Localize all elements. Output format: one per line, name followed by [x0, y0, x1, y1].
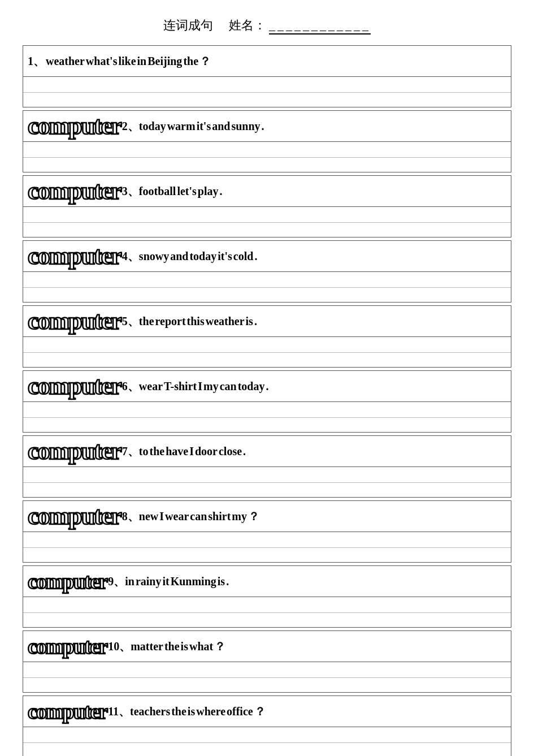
- q4-word2: and: [170, 250, 188, 263]
- q3-word4: .: [220, 185, 223, 198]
- q7-computer: computer: [28, 439, 121, 464]
- q8-word7: ？: [248, 509, 259, 524]
- q9-word3: it: [162, 575, 169, 588]
- q7-word6: close: [219, 445, 242, 458]
- question-3: computer 3、football let's play .: [23, 175, 511, 237]
- question-4: computer 4、snowy and today it's cold .: [23, 240, 511, 303]
- q7-word2: the: [150, 445, 165, 458]
- q5-word2: report: [155, 315, 186, 328]
- q4-word5: cold: [233, 250, 254, 263]
- q9-word1: 9、in: [108, 574, 134, 589]
- question-10: computer 10、matter the is what ？: [23, 630, 511, 693]
- q5-word3: this: [187, 315, 205, 328]
- q11-word4: where: [196, 705, 225, 718]
- question-6: computer 6、wear T-shirt I my can today .: [23, 370, 511, 433]
- question-5-words: computer 5、the report this weather is .: [23, 305, 511, 336]
- q1-word6: the: [183, 55, 198, 68]
- q8-word2: I: [159, 510, 164, 523]
- q11-word2: the: [171, 705, 186, 718]
- question-7-answer[interactable]: [23, 466, 511, 498]
- q11-word1: 11、teachers: [108, 704, 170, 719]
- q5-computer: computer: [28, 309, 121, 334]
- question-1: 1、 weather what's like in Beijing the ？: [23, 45, 511, 107]
- q7-word4: I: [189, 445, 194, 458]
- question-9-words: computer 9、in rainy it Kunming is .: [23, 565, 511, 597]
- question-7-words: computer 7、to the have I door close .: [23, 435, 511, 466]
- q6-word1: 6、wear: [122, 379, 163, 394]
- name-underline: ____________: [269, 18, 371, 34]
- q6-word4: my: [203, 380, 219, 393]
- q6-computer: computer: [28, 374, 121, 399]
- q6-word3: I: [198, 380, 202, 393]
- q9-word2: rainy: [136, 575, 162, 588]
- question-6-words: computer 6、wear T-shirt I my can today .: [23, 370, 511, 401]
- q1-word7: ？: [199, 54, 211, 69]
- q7-word7: .: [243, 445, 246, 458]
- q10-word3: is: [181, 640, 188, 653]
- q8-word4: can: [190, 510, 207, 523]
- q6-word5: can: [220, 380, 237, 393]
- question-10-words: computer 10、matter the is what ？: [23, 630, 511, 662]
- question-2-words: computer 2、today warm it's and sunny .: [23, 110, 511, 141]
- q5-word1: 5、the: [122, 314, 154, 329]
- q7-word1: 7、to: [122, 444, 149, 459]
- q8-word5: shirt: [208, 510, 231, 523]
- q10-word2: the: [164, 640, 180, 653]
- question-1-words: 1、 weather what's like in Beijing the ？: [23, 45, 511, 76]
- q8-computer: computer: [28, 504, 121, 529]
- question-9-answer[interactable]: [23, 597, 511, 628]
- q8-word1: 8、new: [122, 509, 158, 524]
- q4-word1: 4、snowy: [122, 249, 169, 264]
- q1-word5: Beijing: [147, 55, 182, 68]
- question-4-answer[interactable]: [23, 271, 511, 303]
- q1-word2: what's: [86, 55, 118, 68]
- page-header: 连词成句 姓名： ____________: [23, 17, 511, 34]
- page-title: 连词成句: [163, 18, 213, 32]
- q3-word2: let's: [177, 185, 196, 198]
- question-4-words: computer 4、snowy and today it's cold .: [23, 240, 511, 271]
- q10-word1: 10、matter: [108, 639, 163, 654]
- question-9: computer 9、in rainy it Kunming is .: [23, 565, 511, 628]
- q2-word3: it's: [197, 120, 211, 133]
- q4-word3: today: [189, 250, 216, 263]
- question-11-answer[interactable]: [23, 727, 511, 756]
- q6-word2: T-shirt: [164, 380, 197, 393]
- q8-word3: wear: [165, 510, 189, 523]
- question-1-answer[interactable]: [23, 76, 511, 107]
- question-3-answer[interactable]: [23, 206, 511, 237]
- q2-word4: and: [212, 120, 230, 133]
- q9-word4: Kunming: [171, 575, 216, 588]
- q5-word6: .: [254, 315, 257, 328]
- q11-word3: is: [188, 705, 195, 718]
- question-8-answer[interactable]: [23, 532, 511, 563]
- q6-word7: .: [266, 380, 268, 393]
- question-3-words: computer 3、football let's play .: [23, 175, 511, 206]
- q1-word3: like: [118, 55, 136, 68]
- q3-word1: 3、football: [122, 184, 176, 199]
- q3-computer: computer: [28, 179, 121, 204]
- q1-num: 1、: [28, 54, 45, 69]
- question-8-words: computer 8、new I wear can shirt my ？: [23, 500, 511, 532]
- q2-computer: computer: [28, 114, 121, 139]
- question-8: computer 8、new I wear can shirt my ？: [23, 500, 511, 563]
- question-6-answer[interactable]: [23, 401, 511, 433]
- q2-word2: warm: [167, 120, 196, 133]
- question-2-answer[interactable]: [23, 141, 511, 172]
- q10-computer: computer: [28, 636, 107, 657]
- q4-computer: computer: [28, 244, 121, 269]
- q1-word4: in: [137, 55, 147, 68]
- q2-word1: 2、today: [122, 119, 166, 134]
- q2-word6: .: [262, 120, 264, 133]
- question-5: computer 5、the report this weather is .: [23, 305, 511, 368]
- q3-word3: play: [198, 185, 219, 198]
- q9-word6: .: [226, 575, 229, 588]
- question-10-answer[interactable]: [23, 662, 511, 693]
- q9-computer: computer: [28, 571, 107, 592]
- q5-word5: is: [246, 315, 253, 328]
- question-5-answer[interactable]: [23, 336, 511, 368]
- q2-word5: sunny: [231, 120, 260, 133]
- q11-word6: ？: [254, 704, 266, 719]
- name-label: 姓名：: [229, 18, 266, 32]
- q7-word3: have: [166, 445, 188, 458]
- q7-word5: door: [195, 445, 218, 458]
